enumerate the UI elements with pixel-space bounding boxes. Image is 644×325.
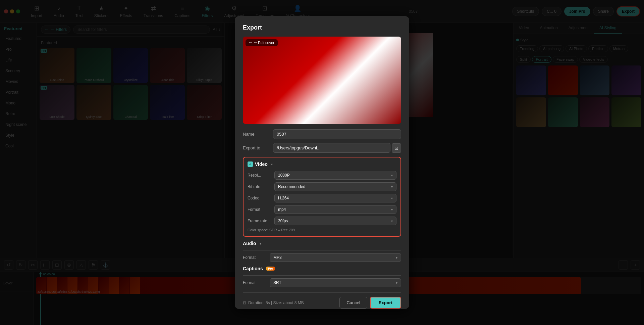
edit-cover-button[interactable]: ✏ ✏ Edit cover <box>246 39 278 46</box>
video-checkbox[interactable]: ✓ <box>248 161 253 167</box>
pencil-icon: ✏ <box>249 41 252 45</box>
dialog-preview: ✏ ✏ Edit cover <box>243 37 401 124</box>
cancel-button[interactable]: Cancel <box>339 297 367 309</box>
codec-label: Codec <box>248 196 274 200</box>
resolution-select[interactable]: 1080P ▾ <box>274 171 396 180</box>
footer-buttons: Cancel Export <box>339 297 401 309</box>
video-section: ✓ Video ▾ Resol... 1080P ▾ Bit rate Reco… <box>243 157 401 237</box>
dialog-title: Export <box>243 24 401 31</box>
export-to-path[interactable]: /Users/topgus/Downl... <box>273 143 390 153</box>
bitrate-select[interactable]: Recommended ▾ <box>274 182 396 191</box>
resolution-label: Resol... <box>248 173 274 178</box>
captions-format-label: Format <box>243 280 270 285</box>
audio-section-arrow: ▾ <box>260 242 261 245</box>
audio-section: Audio ▾ Format MP3 ▾ <box>243 241 401 262</box>
footer-info: ⊡ Duration: 5s | Size: about 8 MB <box>243 300 304 305</box>
codec-select[interactable]: H.264 ▾ <box>274 194 396 202</box>
captions-format-select[interactable]: SRT ▾ <box>270 278 401 287</box>
bitrate-field: Bit rate Recommended ▾ <box>248 182 396 191</box>
name-field-row: Name <box>243 129 401 139</box>
audio-format-select[interactable]: MP3 ▾ <box>270 253 401 262</box>
export-to-label: Export to <box>243 145 273 150</box>
duration-size-text: Duration: 5s | Size: about 8 MB <box>248 300 304 305</box>
captions-section-title: Captions <box>243 266 263 271</box>
framerate-label: Frame rate <box>248 219 274 223</box>
framerate-field: Frame rate 30fps ▾ <box>248 217 396 225</box>
captions-section: Captions Pro Format SRT ▾ <box>243 266 401 287</box>
audio-format-label: Format <box>243 255 270 260</box>
dialog-footer: ⊡ Duration: 5s | Size: about 8 MB Cancel… <box>243 292 401 309</box>
name-label: Name <box>243 132 273 137</box>
audio-divider <box>243 250 401 250</box>
video-section-title: Video <box>255 161 268 167</box>
codec-field: Codec H.264 ▾ <box>248 194 396 202</box>
browse-folder-button[interactable]: ⊡ <box>392 143 401 153</box>
export-overlay: Export ✏ ✏ Edit cover Name Export to /Us… <box>0 0 644 325</box>
format-label: Format <box>248 207 274 212</box>
bitrate-label: Bit rate <box>248 184 274 189</box>
captions-format-field: Format SRT ▾ <box>243 278 401 287</box>
name-input-wrapper[interactable] <box>273 129 401 139</box>
export-confirm-button[interactable]: Export <box>370 297 401 309</box>
framerate-select[interactable]: 30fps ▾ <box>274 217 396 225</box>
format-field: Format mp4 ▾ <box>248 205 396 214</box>
export-to-field-row: Export to /Users/topgus/Downl... ⊡ <box>243 143 401 153</box>
video-section-arrow: ▾ <box>271 162 273 166</box>
format-select[interactable]: mp4 ▾ <box>274 205 396 214</box>
preview-image <box>243 37 401 124</box>
video-section-header[interactable]: ✓ Video ▾ <box>248 161 396 167</box>
captions-divider <box>243 275 401 276</box>
captions-pro-badge: Pro <box>266 267 275 271</box>
color-space-note: Color space: SDR – Rec.709 <box>248 228 396 232</box>
name-input[interactable] <box>277 132 397 137</box>
audio-format-field: Format MP3 ▾ <box>243 253 401 262</box>
captions-section-header[interactable]: Captions Pro <box>243 266 401 271</box>
audio-section-title: Audio <box>243 241 256 246</box>
resolution-field: Resol... 1080P ▾ <box>248 171 396 180</box>
export-dialog: Export ✏ ✏ Edit cover Name Export to /Us… <box>235 16 409 309</box>
audio-section-header[interactable]: Audio ▾ <box>243 241 401 246</box>
duration-icon: ⊡ <box>243 300 246 305</box>
